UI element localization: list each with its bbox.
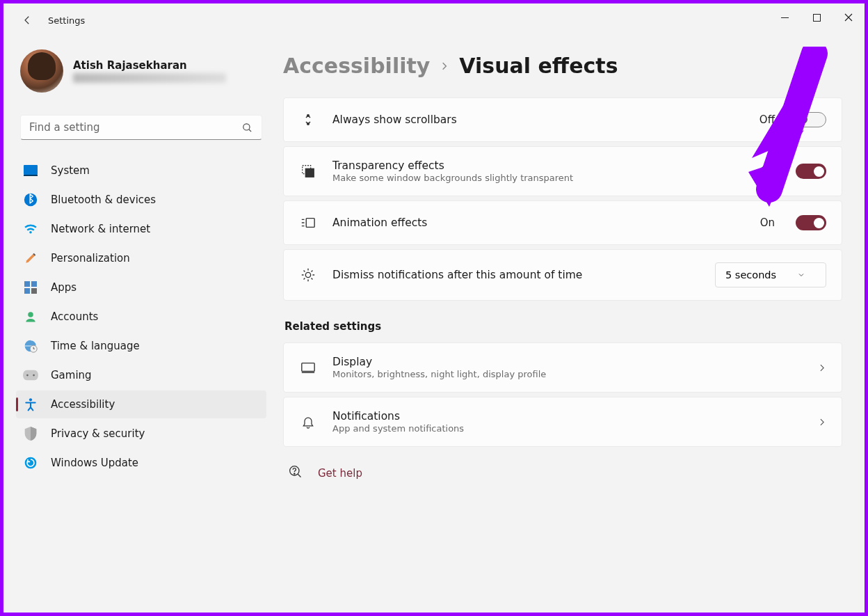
nav-label: Accessibility xyxy=(51,398,115,411)
maximize-icon xyxy=(813,14,821,22)
back-button[interactable] xyxy=(16,9,38,31)
transparency-icon xyxy=(299,162,317,180)
transparency-toggle[interactable] xyxy=(796,164,826,179)
svg-rect-2 xyxy=(24,165,38,175)
avatar xyxy=(20,49,63,93)
close-button[interactable] xyxy=(833,3,865,31)
apps-icon xyxy=(23,280,38,295)
svg-point-14 xyxy=(33,374,35,377)
animation-icon xyxy=(299,214,317,232)
search-box[interactable] xyxy=(20,115,262,140)
setting-subtitle: Make some window backgrounds slightly tr… xyxy=(332,173,745,183)
shield-icon xyxy=(23,426,38,441)
nav-label: Privacy & security xyxy=(51,427,145,440)
nav-label: Apps xyxy=(51,281,77,294)
sidebar-item-network[interactable]: Network & internet xyxy=(16,215,266,243)
profile-block[interactable]: Atish Rajasekharan xyxy=(16,45,266,102)
dismiss-time-select[interactable]: 5 seconds xyxy=(715,262,826,287)
paintbrush-icon xyxy=(23,251,38,266)
toggle-state-text: Off xyxy=(760,113,775,126)
related-display[interactable]: Display Monitors, brightness, night ligh… xyxy=(283,342,842,393)
main-content: Accessibility Visual effects Always show… xyxy=(275,37,865,613)
globe-clock-icon xyxy=(23,338,38,354)
card-title: Display xyxy=(332,356,795,368)
animation-toggle[interactable] xyxy=(796,215,826,230)
select-value: 5 seconds xyxy=(725,269,776,281)
chevron-down-icon xyxy=(797,271,805,279)
scrollbar-icon xyxy=(299,111,317,129)
svg-point-22 xyxy=(305,272,310,277)
sidebar-item-accessibility[interactable]: Accessibility xyxy=(16,390,266,418)
nav-label: Personalization xyxy=(51,252,130,264)
system-icon xyxy=(23,163,38,178)
minimize-icon xyxy=(781,14,789,22)
svg-rect-6 xyxy=(24,281,30,287)
brightness-icon xyxy=(299,266,317,284)
svg-rect-7 xyxy=(31,281,37,287)
sidebar-item-gaming[interactable]: Gaming xyxy=(16,361,266,389)
related-settings-heading: Related settings xyxy=(284,320,842,333)
search-input[interactable] xyxy=(29,121,241,134)
card-subtitle: App and system notifications xyxy=(332,423,795,434)
setting-title: Transparency effects xyxy=(332,159,745,172)
svg-rect-8 xyxy=(24,288,30,294)
svg-point-10 xyxy=(28,312,33,317)
wifi-icon xyxy=(23,221,38,237)
update-icon xyxy=(23,455,38,471)
setting-animation: Animation effects On xyxy=(283,200,842,245)
close-icon xyxy=(844,13,853,22)
sidebar-item-apps[interactable]: Apps xyxy=(16,274,266,301)
nav-label: Accounts xyxy=(51,310,98,323)
svg-point-5 xyxy=(29,231,32,234)
svg-rect-3 xyxy=(24,175,38,176)
titlebar: Settings xyxy=(3,3,865,37)
svg-point-15 xyxy=(29,398,32,401)
accessibility-icon xyxy=(23,397,38,412)
profile-email xyxy=(73,73,226,83)
chevron-right-icon xyxy=(440,61,449,71)
breadcrumb: Accessibility Visual effects xyxy=(283,54,842,78)
bell-icon xyxy=(299,413,317,431)
svg-point-1 xyxy=(243,123,250,129)
scrollbars-toggle[interactable] xyxy=(796,112,826,127)
svg-rect-9 xyxy=(31,288,37,294)
gamepad-icon xyxy=(23,368,38,383)
svg-rect-23 xyxy=(302,363,314,372)
toggle-state-text: On xyxy=(760,216,775,229)
window-title: Settings xyxy=(48,15,85,26)
related-notifications[interactable]: Notifications App and system notificatio… xyxy=(283,397,842,447)
minimize-button[interactable] xyxy=(769,3,801,31)
setting-scrollbars: Always show scrollbars Off xyxy=(283,97,842,142)
chevron-right-icon xyxy=(817,363,826,372)
help-icon xyxy=(289,465,303,482)
nav-label: Network & internet xyxy=(51,223,150,235)
help-row: Get help xyxy=(283,465,842,482)
breadcrumb-current: Visual effects xyxy=(459,54,618,78)
sidebar-item-accounts[interactable]: Accounts xyxy=(16,303,266,331)
sidebar-item-privacy[interactable]: Privacy & security xyxy=(16,420,266,448)
setting-title: Dismiss notifications after this amount … xyxy=(332,269,700,281)
back-arrow-icon xyxy=(21,14,33,26)
get-help-link[interactable]: Get help xyxy=(318,467,362,480)
sidebar-item-windows-update[interactable]: Windows Update xyxy=(16,449,266,477)
sidebar-item-bluetooth[interactable]: Bluetooth & devices xyxy=(16,186,266,214)
setting-dismiss-notifications: Dismiss notifications after this amount … xyxy=(283,249,842,301)
card-title: Notifications xyxy=(332,410,795,422)
card-subtitle: Monitors, brightness, night light, displ… xyxy=(332,369,795,379)
nav-label: Time & language xyxy=(51,340,140,352)
svg-point-13 xyxy=(26,374,29,377)
svg-point-18 xyxy=(307,123,310,125)
maximize-button[interactable] xyxy=(801,3,833,31)
sidebar-item-personalization[interactable]: Personalization xyxy=(16,244,266,272)
svg-rect-0 xyxy=(813,14,820,21)
sidebar-item-time-language[interactable]: Time & language xyxy=(16,332,266,360)
setting-title: Animation effects xyxy=(332,216,745,229)
sidebar-item-system[interactable]: System xyxy=(16,157,266,184)
sidebar: Atish Rajasekharan System Bluetooth & de… xyxy=(3,37,275,613)
nav-label: Bluetooth & devices xyxy=(51,194,156,206)
svg-point-17 xyxy=(307,115,310,117)
nav-label: System xyxy=(51,164,90,177)
breadcrumb-parent[interactable]: Accessibility xyxy=(283,54,430,78)
profile-name: Atish Rajasekharan xyxy=(73,59,226,72)
svg-point-4 xyxy=(24,194,37,206)
